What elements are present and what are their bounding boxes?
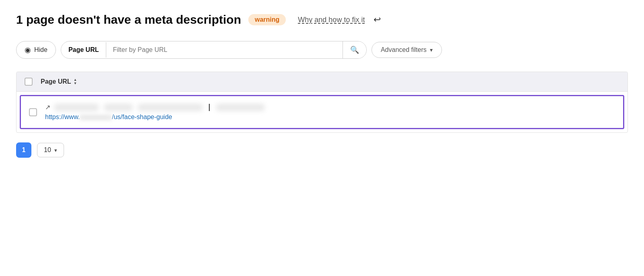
- row-title-line: ↗: [45, 103, 615, 111]
- row-content: ↗ https://www./us/face-shape-guide: [45, 103, 615, 121]
- column-header-page-url: Page URL ▲▼: [41, 78, 77, 85]
- fix-link[interactable]: Why and how to fix it: [298, 16, 365, 24]
- filter-input-group: Page URL 🔍: [61, 41, 367, 59]
- redirect-icon[interactable]: ↩: [374, 14, 381, 25]
- table-header: Page URL ▲▼: [17, 72, 627, 92]
- advanced-filters-button[interactable]: Advanced filters ▾: [372, 42, 442, 58]
- per-page-value: 10: [44, 146, 51, 154]
- pagination-row: 1 10 ▾: [16, 142, 628, 158]
- chevron-down-icon: ▾: [430, 47, 433, 53]
- filter-label: Page URL: [61, 42, 107, 58]
- table-row: ↗ https://www./us/face-shape-guide: [20, 95, 624, 129]
- column-header-label: Page URL: [41, 78, 71, 85]
- row-checkbox[interactable]: [29, 108, 37, 116]
- blurred-text-1: [54, 104, 99, 111]
- hide-button[interactable]: ◉ Hide: [16, 41, 56, 59]
- blurred-text-4: [216, 104, 264, 111]
- header-row: 1 page doesn't have a meta description w…: [16, 13, 628, 27]
- page-number-button[interactable]: 1: [16, 142, 31, 158]
- blurred-text-2: [104, 104, 132, 111]
- table-container: Page URL ▲▼ ↗ https://www./us/face-shape…: [16, 72, 628, 133]
- eye-icon: ◉: [25, 45, 31, 54]
- sort-icon[interactable]: ▲▼: [74, 78, 77, 85]
- filter-row: ◉ Hide Page URL 🔍 Advanced filters ▾: [16, 41, 628, 59]
- search-button[interactable]: 🔍: [343, 41, 366, 58]
- search-icon: 🔍: [350, 45, 359, 54]
- per-page-chevron-icon: ▾: [54, 147, 57, 153]
- per-page-select[interactable]: 10 ▾: [37, 143, 64, 157]
- external-link-icon[interactable]: ↗: [45, 103, 50, 111]
- advanced-filters-label: Advanced filters: [381, 46, 427, 54]
- hide-label: Hide: [34, 46, 47, 54]
- cursor-line: [209, 104, 210, 111]
- page-url-link[interactable]: https://www./us/face-shape-guide: [45, 113, 172, 120]
- search-input[interactable]: [106, 42, 342, 58]
- blurred-text-3: [138, 104, 202, 111]
- warning-badge: warning: [248, 14, 286, 25]
- row-url-line: https://www./us/face-shape-guide: [45, 113, 615, 121]
- header-checkbox[interactable]: [25, 78, 33, 86]
- page-title: 1 page doesn't have a meta description: [16, 13, 241, 27]
